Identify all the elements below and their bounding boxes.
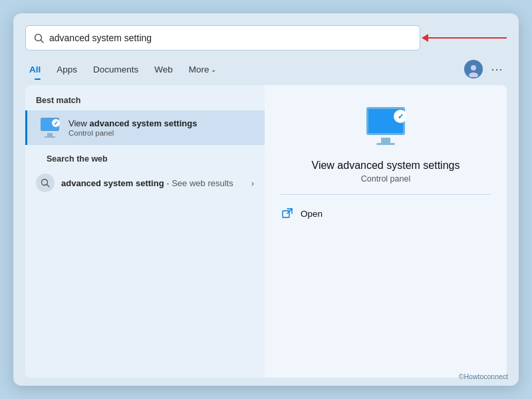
best-match-text: View advanced system settings Control pa… bbox=[68, 118, 197, 137]
large-checkmark-icon: ✓ bbox=[394, 110, 407, 123]
copyright: ©Howtoconnect bbox=[459, 372, 508, 380]
best-match-item[interactable]: ✓ View advanced system settings Control … bbox=[25, 110, 265, 145]
search-bar[interactable] bbox=[25, 25, 420, 51]
web-search-icon bbox=[36, 174, 55, 192]
open-icon bbox=[281, 207, 294, 220]
best-match-subtitle: Control panel bbox=[68, 129, 197, 137]
left-panel: Best match ✓ View advanced sys bbox=[25, 85, 265, 378]
arrow-annotation bbox=[427, 37, 507, 39]
more-options-button[interactable]: ⋯ bbox=[488, 61, 505, 78]
svg-point-2 bbox=[471, 65, 476, 70]
best-match-title: View advanced system settings bbox=[68, 118, 197, 128]
right-panel-icon: ✓ bbox=[359, 104, 412, 149]
arrow-icon bbox=[427, 37, 507, 39]
tabs-row: All Apps Documents Web More ⌄ ⋯ bbox=[25, 60, 507, 78]
search-web-label: Search the web bbox=[36, 154, 254, 169]
search-icon bbox=[34, 33, 44, 43]
search-window: All Apps Documents Web More ⌄ ⋯ bbox=[13, 13, 519, 386]
checkmark-icon: ✓ bbox=[52, 119, 60, 127]
control-panel-icon: ✓ bbox=[38, 116, 62, 140]
tab-web[interactable]: Web bbox=[146, 62, 181, 77]
tabs-right: ⋯ bbox=[464, 60, 505, 78]
chevron-down-icon: ⌄ bbox=[211, 66, 216, 73]
search-web-text: advanced system setting - See web result… bbox=[61, 178, 251, 188]
chevron-right-icon: › bbox=[251, 178, 254, 188]
best-match-label: Best match bbox=[25, 96, 265, 110]
right-panel-subtitle: Control panel bbox=[361, 174, 410, 184]
open-action[interactable]: Open bbox=[281, 204, 491, 223]
avatar[interactable] bbox=[464, 60, 483, 78]
main-content: Best match ✓ View advanced sys bbox=[25, 85, 507, 378]
tab-more[interactable]: More ⌄ bbox=[181, 62, 224, 77]
search-web-item[interactable]: advanced system setting - See web result… bbox=[36, 169, 254, 197]
svg-rect-6 bbox=[283, 211, 289, 217]
svg-point-3 bbox=[469, 72, 478, 77]
search-bar-row bbox=[25, 25, 507, 51]
large-monitor-icon: ✓ bbox=[362, 107, 410, 146]
open-label: Open bbox=[301, 209, 323, 219]
search-input[interactable] bbox=[49, 33, 412, 43]
search-web-section: Search the web advanced system setting -… bbox=[25, 145, 265, 197]
right-panel: ✓ View advanced system settings Control … bbox=[265, 85, 507, 378]
divider bbox=[281, 194, 491, 195]
svg-line-5 bbox=[47, 185, 50, 188]
right-panel-title: View advanced system settings bbox=[312, 160, 460, 172]
tab-apps[interactable]: Apps bbox=[49, 62, 85, 77]
tab-all[interactable]: All bbox=[27, 62, 49, 77]
tab-documents[interactable]: Documents bbox=[85, 62, 146, 77]
svg-line-1 bbox=[41, 40, 44, 43]
